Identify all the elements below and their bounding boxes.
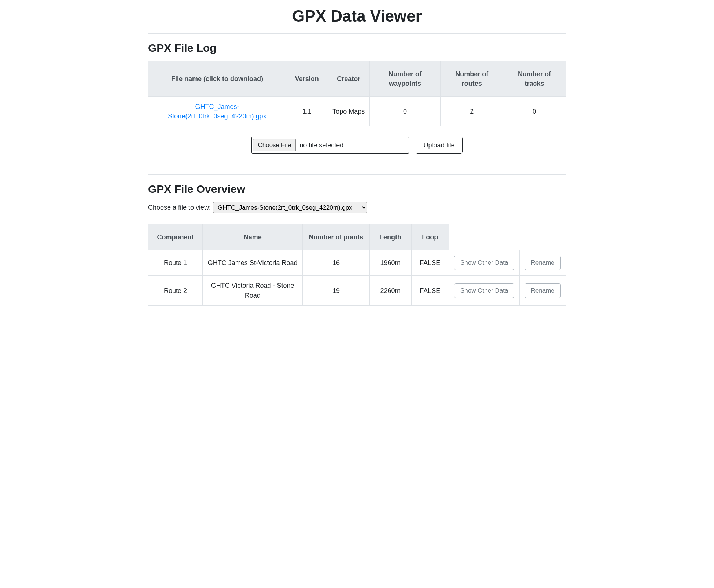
overview-header-loop: Loop (411, 224, 449, 250)
upload-button[interactable]: Upload file (416, 137, 462, 154)
page-title: GPX Data Viewer (148, 7, 566, 25)
overview-header-name: Name (203, 224, 303, 250)
overview-header-points: Number of points (303, 224, 369, 250)
filelog-cell-tracks: 0 (503, 97, 566, 126)
filelog-row: GHTC_James-Stone(2rt_0trk_0seg_4220m).gp… (148, 97, 566, 126)
overview-table: Component Name Number of points Length L… (148, 224, 566, 305)
rename-button[interactable]: Rename (525, 256, 560, 270)
overview-header-component: Component (148, 224, 203, 250)
filelog-header-tracks: Number of tracks (503, 61, 566, 97)
overview-header-rename (520, 224, 566, 250)
overview-cell-name: GHTC Victoria Road - Stone Road (203, 276, 303, 305)
filelog-header-creator: Creator (328, 61, 369, 97)
overview-cell-length: 2260m (369, 276, 411, 305)
show-other-data-button[interactable]: Show Other Data (454, 256, 514, 270)
filelog-heading: GPX File Log (148, 42, 566, 54)
overview-header-length: Length (369, 224, 411, 250)
overview-cell-loop: FALSE (411, 276, 449, 305)
filelog-download-link[interactable]: GHTC_James-Stone(2rt_0trk_0seg_4220m).gp… (168, 103, 266, 120)
choose-file-button[interactable]: Choose File (253, 139, 296, 151)
filelog-header-routes: Number of routes (441, 61, 503, 97)
upload-row: Choose File no file selected Upload file (153, 137, 561, 154)
show-other-data-button[interactable]: Show Other Data (454, 283, 514, 298)
overview-cell-component: Route 1 (148, 250, 203, 276)
overview-cell-name: GHTC James St-Victoria Road (203, 250, 303, 276)
file-chooser-status: no file selected (299, 140, 343, 150)
filelog-cell-creator: Topo Maps (328, 97, 369, 126)
rename-button[interactable]: Rename (525, 283, 560, 298)
overview-row: Route 2 GHTC Victoria Road - Stone Road … (148, 276, 566, 305)
section-divider (148, 33, 566, 34)
overview-cell-component: Route 2 (148, 276, 203, 305)
section-divider-2 (148, 174, 566, 175)
filelog-cell-version: 1.1 (286, 97, 328, 126)
choose-view-label: Choose a file to view: (148, 204, 211, 212)
overview-heading: GPX File Overview (148, 183, 566, 195)
filelog-table: File name (click to download) Version Cr… (148, 61, 566, 164)
overview-header-showother (449, 224, 520, 250)
filelog-header-filename: File name (click to download) (148, 61, 286, 97)
file-select[interactable]: GHTC_James-Stone(2rt_0trk_0seg_4220m).gp… (213, 202, 367, 213)
overview-cell-points: 16 (303, 250, 369, 276)
file-chooser[interactable]: Choose File no file selected (251, 137, 409, 154)
choose-view-row: Choose a file to view: GHTC_James-Stone(… (148, 202, 566, 213)
filelog-header-version: Version (286, 61, 328, 97)
filelog-cell-routes: 2 (441, 97, 503, 126)
overview-cell-points: 19 (303, 276, 369, 305)
filelog-cell-waypoints: 0 (369, 97, 441, 126)
top-divider (148, 0, 566, 0)
filelog-header-waypoints: Number of waypoints (369, 61, 441, 97)
overview-cell-length: 1960m (369, 250, 411, 276)
overview-cell-loop: FALSE (411, 250, 449, 276)
overview-row: Route 1 GHTC James St-Victoria Road 16 1… (148, 250, 566, 276)
